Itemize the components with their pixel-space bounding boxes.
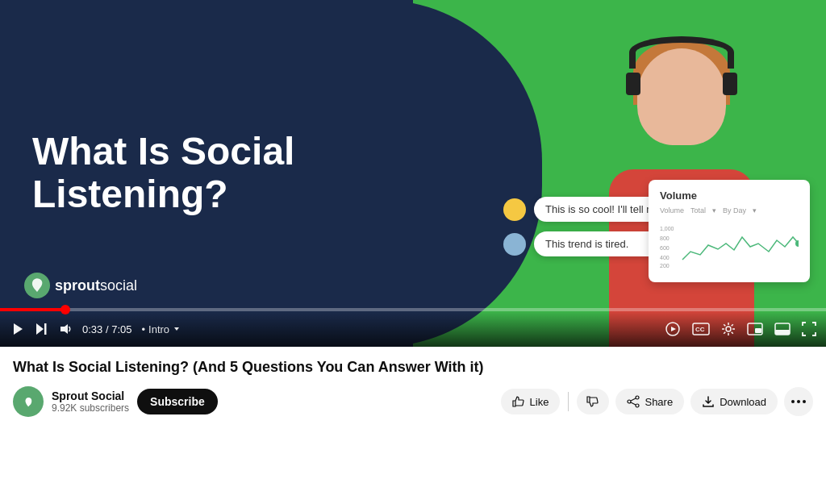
- sprout-logo: sproutsocial: [24, 273, 137, 298]
- settings-icon: [721, 322, 736, 336]
- channel-info: Sprout Social 9.92K subscribers Subscrib…: [13, 386, 491, 417]
- volume-button[interactable]: [58, 322, 73, 336]
- video-player[interactable]: What Is SocialListening? sproutsocial: [0, 0, 826, 347]
- time-total: 7:05: [111, 323, 131, 335]
- svg-line-25: [631, 398, 636, 401]
- svg-text:1,000: 1,000: [660, 226, 674, 231]
- volume-chart: 1,000 800 600 400 200: [660, 221, 799, 269]
- play-button[interactable]: [10, 322, 24, 336]
- fullscreen-button[interactable]: [802, 322, 816, 336]
- page-wrapper: What Is SocialListening? sproutsocial: [0, 0, 826, 417]
- share-label: Share: [645, 396, 673, 408]
- chat-bubble-2-text: This trend is tired.: [545, 238, 628, 250]
- svg-marker-11: [174, 327, 179, 331]
- volume-widget: Volume Volume Total ▾ By Day ▾ 1,000 800…: [649, 180, 810, 282]
- video-arc-overlay: [413, 0, 542, 347]
- svg-rect-18: [755, 328, 761, 333]
- headphone-left: [626, 73, 640, 95]
- svg-point-24: [628, 400, 631, 403]
- chapter-label[interactable]: • Intro: [141, 323, 181, 335]
- channel-text: Sprout Social 9.92K subscribers: [52, 389, 129, 414]
- bubble-dot-yellow: [503, 198, 526, 221]
- svg-rect-20: [775, 330, 790, 335]
- download-icon: [702, 395, 715, 408]
- svg-rect-9: [44, 323, 47, 335]
- video-overlay-title: What Is SocialListening?: [32, 131, 294, 216]
- headphone-band: [629, 36, 734, 69]
- chapter-name: Intro: [148, 323, 169, 335]
- like-dislike-divider: [568, 392, 569, 411]
- controls-right: CC: [665, 321, 816, 337]
- time-display: 0:33 / 7:05: [82, 323, 131, 335]
- svg-marker-8: [36, 323, 44, 335]
- share-button[interactable]: Share: [615, 389, 684, 414]
- dislike-icon: [586, 395, 599, 408]
- svg-marker-10: [60, 324, 68, 334]
- headphone-right: [723, 73, 737, 95]
- volume-widget-tabs: Volume Total ▾ By Day ▾: [660, 206, 799, 215]
- subscriber-count: 9.92K subscribers: [52, 402, 129, 414]
- svg-marker-13: [671, 327, 676, 331]
- video-info: What Is Social Listening? (And 5 Questio…: [0, 347, 826, 417]
- svg-text:200: 200: [660, 263, 670, 269]
- cc-button[interactable]: CC: [692, 323, 710, 335]
- miniplayer-button[interactable]: [774, 323, 791, 335]
- more-icon: [791, 400, 806, 403]
- svg-point-28: [797, 400, 800, 403]
- video-thumbnail: What Is SocialListening? sproutsocial: [0, 0, 826, 347]
- dislike-button[interactable]: [577, 389, 609, 414]
- svg-text:600: 600: [660, 245, 670, 251]
- video-right-panel: This is so cool! I'll tell my friends. T…: [413, 0, 826, 347]
- download-label: Download: [720, 396, 766, 408]
- svg-marker-7: [14, 323, 23, 335]
- svg-text:CC: CC: [695, 326, 705, 333]
- more-button[interactable]: [784, 387, 813, 416]
- like-button[interactable]: Like: [501, 389, 561, 414]
- channel-avatar[interactable]: [13, 386, 44, 417]
- svg-point-29: [803, 400, 806, 403]
- svg-point-27: [791, 400, 795, 403]
- pip-icon: [747, 323, 763, 335]
- chapter-chevron-icon: [173, 325, 181, 333]
- next-button[interactable]: [34, 322, 48, 336]
- video-meta-row: Sprout Social 9.92K subscribers Subscrib…: [13, 386, 813, 417]
- channel-name: Sprout Social: [52, 389, 129, 402]
- fullscreen-icon: [802, 322, 816, 336]
- share-icon: [627, 395, 640, 408]
- subscribe-button[interactable]: Subscribe: [137, 389, 218, 414]
- volume-tab-total: Total: [690, 206, 706, 215]
- video-main-title: What Is Social Listening? (And 5 Questio…: [13, 358, 813, 377]
- settings-button[interactable]: [721, 322, 736, 336]
- bubble-dot-blue: [503, 233, 526, 256]
- svg-line-26: [631, 402, 636, 405]
- volume-tab-byday: By Day: [723, 206, 746, 215]
- miniplayer-icon: [774, 323, 791, 335]
- sprout-logo-icon: [24, 273, 50, 298]
- person-head: [637, 48, 726, 145]
- sprout-logo-text: sproutsocial: [55, 277, 137, 294]
- svg-text:800: 800: [660, 235, 670, 241]
- volume-widget-title: Volume: [660, 190, 799, 202]
- time-current: 0:33: [82, 323, 102, 335]
- svg-point-22: [636, 396, 639, 399]
- svg-text:400: 400: [660, 255, 670, 260]
- chapter-dot: •: [141, 323, 145, 335]
- cc-icon: CC: [692, 323, 710, 335]
- volume-tab-volume: Volume: [660, 206, 684, 215]
- svg-point-23: [636, 404, 639, 407]
- action-buttons: Like: [501, 387, 813, 416]
- like-label: Like: [530, 396, 549, 408]
- video-left-panel: What Is SocialListening? sproutsocial: [0, 0, 413, 347]
- like-icon: [512, 395, 525, 408]
- next-video-button[interactable]: [665, 321, 681, 337]
- video-controls: 0:33 / 7:05 • Intro: [0, 311, 826, 347]
- svg-point-16: [726, 327, 731, 331]
- channel-avatar-icon: [19, 393, 37, 410]
- pip-button[interactable]: [747, 323, 763, 335]
- download-button[interactable]: Download: [690, 389, 778, 414]
